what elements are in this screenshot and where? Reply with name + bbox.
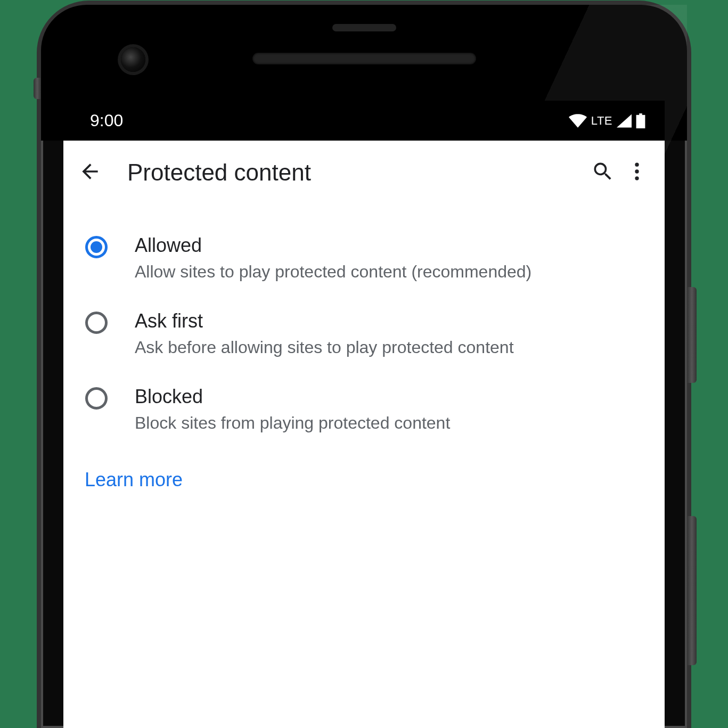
svg-point-3: [635, 169, 639, 173]
battery-icon: [636, 113, 645, 128]
phone-side-button-left: [34, 78, 41, 99]
arrow-back-icon: [78, 160, 102, 185]
network-type-label: LTE: [591, 114, 612, 128]
radio-button-allowed[interactable]: [85, 235, 108, 259]
option-description: Block sites from playing protected conte…: [135, 412, 643, 435]
option-title: Blocked: [135, 385, 643, 410]
status-bar: 9:00 LTE: [63, 101, 665, 141]
radio-unselected-icon: [85, 312, 108, 334]
wifi-icon: [569, 114, 587, 128]
option-description: Ask before allowing sites to play protec…: [135, 336, 643, 359]
phone-side-button-volume: [687, 516, 697, 665]
radio-button-ask-first[interactable]: [85, 311, 108, 334]
option-title: Ask first: [135, 309, 643, 334]
option-allowed[interactable]: Allowed Allow sites to play protected co…: [63, 220, 665, 296]
phone-frame: 9:00 LTE Protected content: [41, 5, 687, 728]
status-time: 9:00: [90, 111, 123, 130]
radio-button-blocked[interactable]: [85, 387, 108, 410]
svg-rect-0: [636, 114, 645, 128]
option-title: Allowed: [135, 233, 643, 258]
more-options-button[interactable]: [620, 156, 654, 190]
option-ask-first-text: Ask first Ask before allowing sites to p…: [135, 309, 643, 359]
settings-content: Allowed Allow sites to play protected co…: [63, 205, 665, 491]
svg-point-4: [635, 176, 639, 180]
status-icons: LTE: [569, 113, 645, 128]
phone-speaker-grille: [252, 53, 476, 64]
phone-front-camera: [121, 47, 145, 72]
cellular-signal-icon: [617, 114, 632, 128]
option-blocked-text: Blocked Block sites from playing protect…: [135, 385, 643, 435]
search-button[interactable]: [586, 156, 620, 190]
phone-sensor-notch: [332, 24, 396, 31]
option-description: Allow sites to play protected content (r…: [135, 260, 643, 283]
option-allowed-text: Allowed Allow sites to play protected co…: [135, 233, 643, 283]
learn-more-link[interactable]: Learn more: [85, 469, 183, 491]
more-vert-icon: [625, 160, 649, 185]
option-ask-first[interactable]: Ask first Ask before allowing sites to p…: [63, 296, 665, 372]
page-title: Protected content: [127, 159, 586, 186]
svg-point-2: [635, 163, 639, 167]
phone-side-button-power: [687, 287, 697, 383]
search-icon: [591, 160, 615, 185]
app-bar: Protected content: [63, 141, 665, 205]
radio-unselected-icon: [85, 387, 108, 410]
back-button[interactable]: [74, 157, 106, 189]
phone-screen: 9:00 LTE Protected content: [63, 101, 665, 728]
radio-selected-icon: [85, 236, 108, 258]
option-blocked[interactable]: Blocked Block sites from playing protect…: [63, 372, 665, 447]
svg-rect-1: [639, 113, 642, 115]
